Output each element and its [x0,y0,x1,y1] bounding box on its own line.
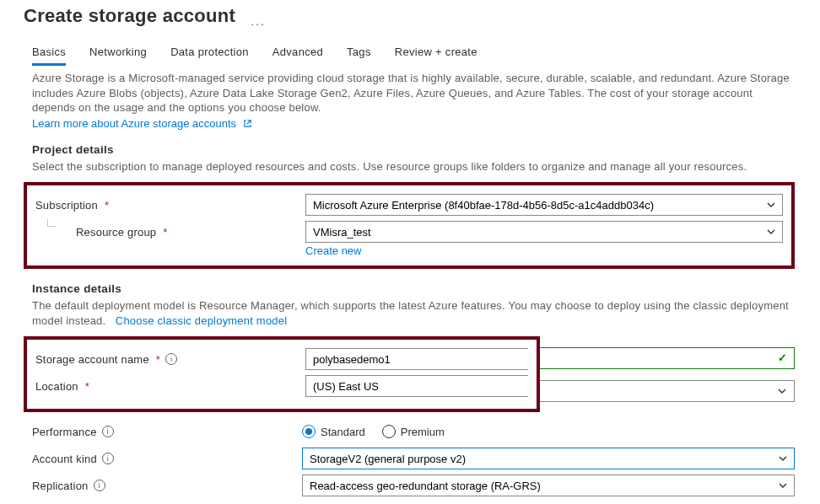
location-label: Location [35,380,78,393]
account-kind-select[interactable] [302,448,795,469]
storage-account-name-label: Storage account name [35,353,149,366]
page-title: Create storage account [24,5,235,27]
account-kind-label: Account kind [32,453,97,465]
info-icon[interactable]: i [94,480,105,491]
required-marker: * [105,199,109,212]
tab-tags[interactable]: Tags [347,42,371,66]
resource-group-label: Resource group [76,226,156,239]
tab-data-protection[interactable]: Data protection [170,42,249,66]
project-details-highlight: Subscription * Resource group * [24,182,795,269]
tab-advanced[interactable]: Advanced [272,42,323,66]
check-icon: ✓ [778,351,787,364]
tab-networking[interactable]: Networking [89,42,147,66]
classic-model-link[interactable]: Choose classic deployment model [116,314,287,327]
replication-value[interactable] [302,475,795,496]
info-icon[interactable]: i [102,426,114,437]
required-marker: * [85,380,89,393]
tab-basics[interactable]: Basics [32,42,66,66]
create-new-link[interactable]: Create new [305,244,361,257]
required-marker: * [156,353,160,366]
instance-details-highlight: Storage account name * i Location * [24,336,540,412]
performance-label: Performance [32,426,97,438]
external-link-icon [243,119,252,128]
tabs: Basics Networking Data protection Advanc… [32,42,795,66]
subscription-value[interactable] [305,194,783,216]
project-details-title: Project details [32,143,795,156]
account-kind-value[interactable] [302,448,795,469]
performance-standard-label: Standard [321,426,365,438]
resource-group-value[interactable] [305,221,783,243]
replication-select[interactable] [302,475,795,496]
info-icon[interactable]: i [165,353,177,365]
resource-group-select[interactable] [305,221,783,243]
chevron-down-icon [777,386,787,396]
learn-more-label: Learn more about Azure storage accounts [32,117,236,130]
instance-details-desc: The default deployment model is Resource… [32,298,795,328]
more-icon[interactable]: ... [251,14,266,28]
storage-account-name-input[interactable] [305,348,528,370]
location-select-partial[interactable] [305,375,528,397]
storage-account-name-valid: ✓ [540,347,795,369]
learn-more-link[interactable]: Learn more about Azure storage accounts [32,117,252,130]
subscription-select[interactable] [305,194,783,216]
info-icon[interactable]: i [102,453,114,464]
required-marker: * [163,226,167,239]
project-details-desc: Select the subscription to manage deploy… [32,159,795,174]
replication-label: Replication [32,480,89,492]
indent-line [47,219,56,227]
location-select[interactable] [540,380,795,402]
subscription-label: Subscription [35,199,98,212]
performance-premium-label: Premium [401,426,445,438]
instance-details-title: Instance details [32,282,795,295]
intro-text: Azure Storage is a Microsoft-managed ser… [32,71,795,115]
performance-premium-radio[interactable]: Premium [382,425,445,438]
performance-standard-radio[interactable]: Standard [302,425,365,438]
tab-review-create[interactable]: Review + create [395,42,477,66]
